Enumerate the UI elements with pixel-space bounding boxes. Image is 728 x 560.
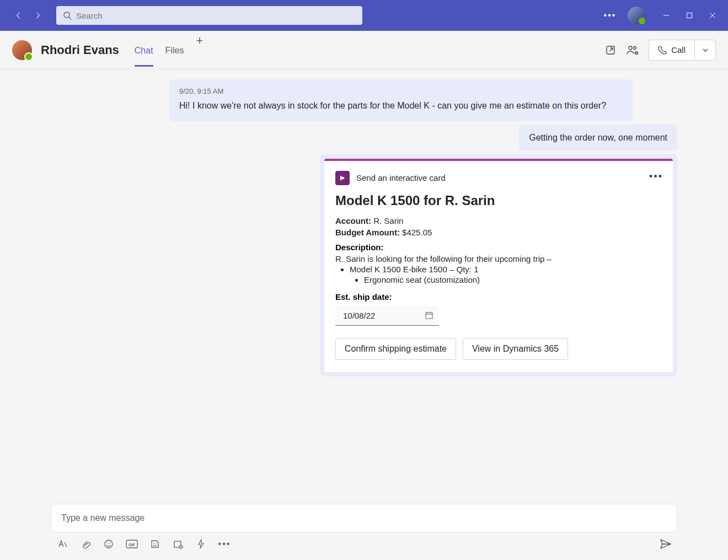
confirm-shipping-button[interactable]: Confirm shipping estimate [335,338,456,360]
actions-icon[interactable] [195,538,207,550]
svg-point-21 [153,543,154,544]
search-icon [63,11,72,20]
add-tab-button[interactable]: + [196,34,203,67]
message-text: Hi! I know we're not always in stock for… [179,99,623,112]
nav-arrows [11,8,45,23]
people-add-icon[interactable] [627,44,639,56]
minimize-button[interactable] [661,10,672,21]
compose-input[interactable] [61,513,667,523]
message-timestamp: 9/20, 9:15 AM [179,86,623,97]
ship-date-label: Est. ship date: [335,292,662,301]
ship-date-value: 10/08/22 [343,311,375,320]
call-label: Call [671,45,686,55]
compose-area: GIF ••• [0,494,728,560]
call-button-group: Call [649,40,716,61]
svg-point-18 [110,543,111,544]
back-button[interactable] [11,8,26,23]
gif-icon[interactable]: GIF [126,538,138,550]
card-description-text: R. Sarin is looking for the following fo… [335,254,662,263]
maximize-button[interactable] [684,10,695,21]
message-text: Getting the order now, one moment [529,133,667,142]
call-button[interactable]: Call [649,40,695,61]
svg-point-0 [64,12,69,18]
titlebar-actions: ••• [604,7,722,24]
svg-line-1 [69,17,71,19]
adaptive-card-wrap: Send an interactive card ••• Model K 150… [320,154,677,376]
attach-icon[interactable] [79,538,92,550]
svg-rect-12 [426,313,432,319]
emoji-icon[interactable] [103,538,115,550]
chat-header: Rhodri Evans Chat Files + Call [0,31,728,69]
me-avatar[interactable] [628,7,645,24]
powerapps-icon [335,171,350,185]
search-box[interactable] [56,6,362,25]
compose-toolbar: GIF ••• [51,538,677,550]
svg-text:GIF: GIF [129,543,135,547]
calendar-icon [425,311,433,320]
send-button[interactable] [660,538,672,550]
svg-point-8 [634,46,636,49]
svg-point-7 [629,46,632,50]
svg-point-22 [156,543,157,544]
card-description-label: Description: [335,243,662,252]
more-icon[interactable]: ••• [604,10,615,21]
tab-files[interactable]: Files [165,34,184,67]
call-dropdown[interactable] [695,40,716,61]
ship-date-input[interactable]: 10/08/22 [335,306,439,326]
chevron-down-icon [702,47,709,53]
card-budget-line: Budget Amount: $425.05 [335,228,662,237]
list-item: Ergonomic seat (customization) [364,275,662,284]
compose-more-icon[interactable]: ••• [218,538,231,550]
phone-icon [658,46,667,55]
card-app-name: Send an interactive card [356,173,446,182]
chat-tabs: Chat Files + [135,34,203,67]
adaptive-card: Send an interactive card ••• Model K 150… [324,159,673,372]
titlebar: ••• [0,0,728,31]
sticker-icon[interactable] [149,538,161,550]
messages-area: 9/20, 9:15 AM Hi! I know we're not alway… [0,69,728,393]
svg-point-17 [107,543,108,544]
forward-button[interactable] [30,8,45,23]
incoming-message: 9/20, 9:15 AM Hi! I know we're not alway… [169,79,633,121]
svg-point-16 [105,540,113,548]
close-button[interactable] [707,10,718,21]
compose-box[interactable] [51,504,677,532]
search-input[interactable] [76,11,356,20]
outgoing-message: Getting the order now, one moment [519,125,677,151]
chat-title: Rhodri Evans [41,43,119,57]
view-dynamics-button[interactable]: View in Dynamics 365 [463,338,568,360]
card-more-button[interactable]: ••• [649,171,663,182]
format-icon[interactable] [56,538,68,550]
loop-icon[interactable] [172,538,184,550]
svg-rect-3 [687,13,692,18]
card-item-list: Model K 1500 E-bike 1500 – Qty: 1 Ergono… [335,265,662,284]
card-title: Model K 1500 for R. Sarin [335,193,662,208]
card-account-line: Account: R. Sarin [335,216,662,225]
list-item: Model K 1500 E-bike 1500 – Qty: 1 [350,265,662,274]
popout-icon[interactable] [604,44,617,56]
tab-chat[interactable]: Chat [135,34,153,67]
peer-avatar[interactable] [12,40,32,60]
